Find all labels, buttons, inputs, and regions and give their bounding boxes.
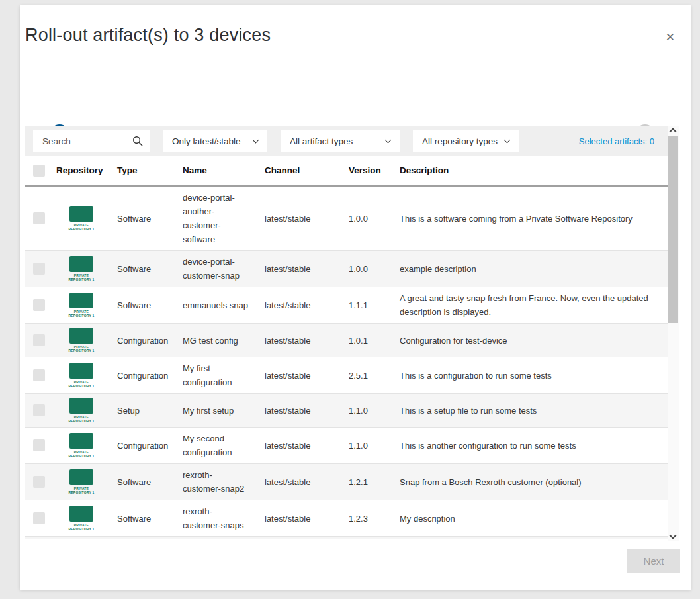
- table-body: Private Repository 1 Software device-por…: [25, 187, 668, 539]
- table-row[interactable]: Private Repository 1 Setup My first setu…: [25, 394, 668, 428]
- row-checkbox[interactable]: [33, 263, 45, 275]
- table-row[interactable]: Private Repository 1 Software emmanuels …: [25, 287, 668, 324]
- cell-version: 1.1.0: [349, 439, 400, 453]
- cell-description: This is a configuration to run some test…: [400, 369, 668, 383]
- row-checkbox[interactable]: [33, 369, 45, 381]
- repository-icon: [69, 506, 93, 522]
- cell-description: A great and tasty snap fresh from France…: [400, 291, 668, 319]
- cell-type: Software: [117, 512, 183, 526]
- repository-label: Private Repository 1: [63, 415, 100, 423]
- cell-version: 1.2.3: [349, 512, 400, 526]
- cell-name: MG test config: [183, 334, 238, 347]
- repository-label: Private Repository 1: [63, 345, 100, 353]
- cell-name: My first setup: [183, 404, 234, 418]
- cell-name: emmanuels snap: [183, 299, 248, 312]
- cell-channel: latest/stable: [265, 334, 349, 347]
- table-row[interactable]: Software core18 latest/stable 20230703 R…: [25, 537, 668, 539]
- scroll-down-icon[interactable]: [669, 531, 676, 539]
- table-row[interactable]: Private Repository 1 Software rexroth-cu…: [25, 500, 668, 537]
- select-all-checkbox[interactable]: [33, 165, 45, 177]
- vertical-scrollbar[interactable]: [668, 126, 679, 541]
- search-icon: [132, 136, 143, 146]
- cell-channel: latest/stable: [265, 439, 349, 453]
- row-checkbox[interactable]: [33, 334, 45, 346]
- cell-version: 1.0.0: [349, 212, 400, 226]
- chevron-down-icon: [385, 136, 392, 143]
- row-checkbox[interactable]: [33, 439, 45, 451]
- cell-description: Snap from a Bosch Rexroth customer (opti…: [400, 475, 668, 489]
- cell-version: 1.2.1: [349, 475, 400, 489]
- table-row[interactable]: Private Repository 1 Software device-por…: [25, 251, 668, 287]
- cell-channel: latest/stable: [265, 212, 349, 226]
- repository-label: Private Repository 1: [63, 380, 100, 388]
- repository-badge: Private Repository 1: [63, 328, 100, 353]
- cell-name: My second configuration: [183, 432, 249, 459]
- row-checkbox[interactable]: [33, 512, 45, 524]
- cell-channel: latest/stable: [265, 299, 349, 312]
- cell-name: My first configuration: [183, 361, 249, 389]
- cell-description: This is a setup file to run some tests: [400, 404, 668, 418]
- channel-filter-value: Only latest/stable: [172, 136, 241, 146]
- table-row[interactable]: Private Repository 1 Software device-por…: [25, 187, 668, 251]
- scrollbar-thumb[interactable]: [668, 136, 678, 323]
- table-row[interactable]: Private Repository 1 Configuration My se…: [25, 428, 668, 464]
- repository-badge: Private Repository 1: [63, 293, 100, 318]
- header-name: Name: [183, 165, 265, 175]
- cell-version: 1.0.1: [349, 334, 400, 347]
- scroll-up-icon[interactable]: [669, 128, 676, 135]
- repository-badge: Private Repository 1: [63, 363, 100, 388]
- table-header-row: Repository Type Name Channel Version Des…: [25, 156, 668, 187]
- search-box: [33, 130, 150, 152]
- repository-label: Private Repository 1: [63, 523, 100, 531]
- artifact-type-filter-value: All artifact types: [290, 136, 353, 146]
- channel-filter-dropdown[interactable]: Only latest/stable: [163, 130, 267, 152]
- row-checkbox[interactable]: [33, 476, 45, 488]
- repository-label: Private Repository 1: [63, 310, 100, 318]
- repository-icon: [69, 328, 93, 344]
- repository-badge: Private Repository 1: [63, 256, 100, 281]
- repository-icon: [69, 293, 93, 308]
- header-description: Description: [400, 165, 668, 175]
- wizard-stepper: 1 Select artifacts 2 Summary: [20, 65, 691, 111]
- header-channel: Channel: [265, 165, 349, 175]
- cell-type: Setup: [117, 404, 183, 418]
- repository-badge: Private Repository 1: [63, 433, 100, 458]
- close-icon[interactable]: ✕: [666, 32, 675, 43]
- cell-type: Software: [117, 262, 183, 276]
- repository-label: Private Repository 1: [63, 223, 100, 231]
- rollout-dialog: Roll-out artifact(s) to 3 devices ✕ 1 Se…: [20, 5, 691, 590]
- repository-icon: [69, 433, 93, 449]
- cell-description: This is a software coming from a Private…: [400, 212, 668, 226]
- row-checkbox[interactable]: [33, 212, 45, 224]
- cell-type: Software: [117, 212, 183, 226]
- cell-channel: latest/stable: [265, 262, 349, 276]
- artifact-type-filter-dropdown[interactable]: All artifact types: [281, 130, 400, 152]
- cell-name: rexroth-customer-snaps: [183, 504, 249, 532]
- row-checkbox[interactable]: [33, 299, 45, 311]
- repository-icon: [69, 469, 93, 485]
- cell-type: Software: [117, 299, 183, 312]
- table-row[interactable]: Private Repository 1 Software rexroth-cu…: [25, 464, 668, 500]
- cell-version: 1.0.0: [349, 262, 400, 276]
- cell-name: rexroth-customer-snap2: [183, 468, 249, 496]
- header-version: Version: [349, 165, 400, 175]
- repository-type-filter-dropdown[interactable]: All repository types: [413, 130, 519, 152]
- repository-badge: Private Repository 1: [63, 206, 100, 231]
- cell-channel: latest/stable: [265, 475, 349, 489]
- filter-bar: Only latest/stable All artifact types Al…: [25, 126, 668, 156]
- cell-version: 1.1.0: [349, 404, 400, 418]
- repository-type-filter-value: All repository types: [422, 136, 498, 146]
- cell-type: Configuration: [117, 369, 183, 383]
- table-row[interactable]: Private Repository 1 Configuration MG te…: [25, 324, 668, 357]
- repository-label: Private Repository 1: [63, 273, 100, 281]
- repository-badge: Private Repository 1: [63, 398, 100, 423]
- cell-description: Configuration for test-device: [400, 334, 668, 347]
- cell-type: Configuration: [117, 334, 183, 347]
- repository-icon: [69, 398, 93, 414]
- cell-type: Configuration: [117, 439, 183, 453]
- repository-label: Private Repository 1: [63, 486, 100, 494]
- next-button[interactable]: Next: [627, 549, 680, 573]
- table-row[interactable]: Private Repository 1 Configuration My fi…: [25, 357, 668, 394]
- cell-channel: latest/stable: [265, 369, 349, 383]
- row-checkbox[interactable]: [33, 404, 45, 416]
